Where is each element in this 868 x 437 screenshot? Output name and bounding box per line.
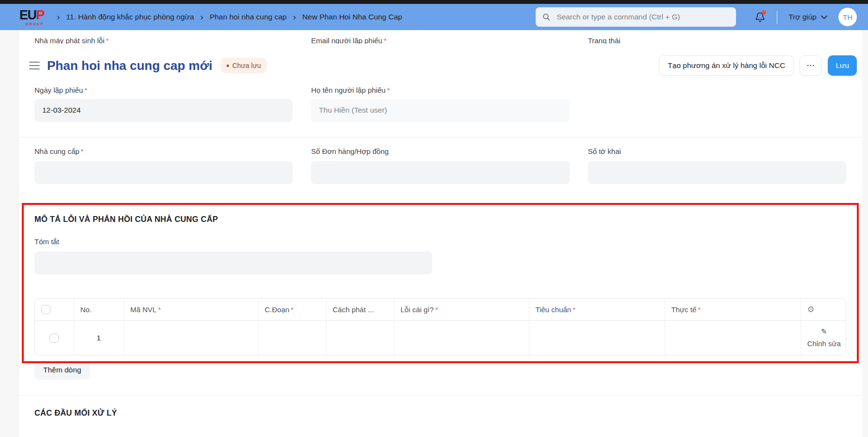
notifications-button[interactable]	[754, 11, 766, 23]
column-header-loi-cai-gi: Lỗi cái gì?*	[394, 299, 529, 320]
required-marker: *	[435, 305, 438, 314]
navbar-divider	[777, 11, 777, 24]
grid-row-1: 1 ✎ Chỉnh sửa	[35, 320, 846, 355]
app-logo[interactable]: EUP GROUP	[19, 9, 44, 26]
global-search[interactable]	[536, 7, 736, 27]
field-label-nha-may: Nhà máy phát sinh lỗi*	[34, 36, 293, 44]
defect-grid-table: No. Mã NVL* C.Đoạn* Cách phát ... Lỗi cá…	[34, 298, 846, 355]
status-badge-label: Chưa lưu	[232, 62, 261, 69]
required-marker: *	[84, 87, 87, 94]
chevron-right-icon: ›	[200, 12, 203, 21]
header-actions: Tạo phương án xử lý hàng lỗi NCC ··· Lưu	[659, 55, 857, 76]
column-header-cach-phat-hien: Cách phát ...	[326, 299, 394, 320]
defect-section-highlighted: MÔ TẢ LỖI VÀ PHẢN HỒI CỦA NHÀ CUNG CẤP T…	[22, 203, 859, 363]
help-menu-label: Trợ giúp	[788, 13, 817, 21]
form-row-1-inputs	[18, 99, 862, 121]
column-header-tieu-chuan: Tiêu chuẩn*	[529, 299, 665, 320]
field-label-tom-tat: Tóm tắt	[34, 237, 846, 246]
date-field[interactable]	[34, 99, 293, 121]
browser-chrome-strip	[0, 0, 868, 4]
required-marker: *	[291, 305, 294, 314]
cell-loi-cai-gi[interactable]	[394, 320, 529, 355]
breadcrumb-item-doctype[interactable]: Phan hoi nha cung cap	[210, 13, 287, 21]
handlers-section-title: CÁC ĐẦU MỐI XỬ LÝ	[34, 408, 846, 418]
create-plan-button[interactable]: Tạo phương án xử lý hàng lỗi NCC	[659, 55, 794, 76]
cell-thuc-te[interactable]	[665, 320, 801, 355]
form-row-1-labels: Ngày lập phiếu* Họ tên người lập phiếu*	[18, 87, 862, 94]
logo-text-main: EU	[19, 8, 36, 22]
grid-settings-gear-icon[interactable]: ⚙	[807, 304, 815, 314]
search-icon	[542, 13, 551, 21]
required-marker: *	[81, 147, 84, 155]
declaration-number-field[interactable]	[588, 161, 846, 184]
required-marker: *	[106, 36, 109, 44]
cell-ma-nvl[interactable]	[124, 320, 258, 355]
summary-field[interactable]	[34, 252, 432, 274]
page-title: Phan hoi nha cung cap mới	[47, 58, 213, 73]
required-marker: *	[573, 305, 575, 314]
required-marker: *	[158, 305, 161, 314]
avatar-initials: TH	[843, 13, 852, 21]
form-page: Nhà máy phát sinh lỗi* Email người lập p…	[18, 30, 862, 437]
column-header-thuc-te: Thực tế*	[665, 299, 801, 320]
breadcrumb: › 11. Hành động khắc phục phòng ngừa › P…	[57, 13, 402, 22]
section-divider	[18, 137, 862, 137]
select-all-checkbox[interactable]	[41, 305, 50, 314]
field-label-email: Email người lập phiếu*	[311, 36, 569, 44]
edit-row-button[interactable]: ✎ Chỉnh sửa	[806, 326, 843, 350]
row-number: 1	[74, 320, 124, 355]
save-button[interactable]: Lưu	[828, 55, 857, 76]
section-divider	[18, 395, 862, 396]
field-label-so-don-hang: Số Đơn hàng/Hợp đồng	[311, 147, 569, 155]
page-header: Phan hoi nha cung cap mới Chưa lưu Tạo p…	[18, 44, 862, 87]
search-input[interactable]	[556, 12, 730, 22]
scrolled-field-labels-row: Nhà máy phát sinh lỗi* Email người lập p…	[18, 30, 862, 44]
field-label-ngay-lap-phieu: Ngày lập phiếu*	[34, 87, 87, 94]
form-row-2-labels: Nhà cung cấp* Số Đơn hàng/Hợp đồng Số tờ…	[18, 147, 862, 155]
column-header-cdoan: C.Đoạn*	[258, 299, 326, 320]
logo-text-accent: P	[36, 8, 45, 22]
order-number-field[interactable]	[311, 161, 569, 184]
row-checkbox[interactable]	[49, 334, 59, 343]
field-label-ho-ten: Họ tên người lập phiếu*	[311, 87, 390, 94]
status-dot-icon	[227, 65, 229, 67]
sidebar-toggle-icon[interactable]	[29, 60, 40, 71]
chevron-right-icon: ›	[293, 12, 296, 21]
defect-section-title: MÔ TẢ LỖI VÀ PHẢN HỒI CỦA NHÀ CUNG CẤP	[34, 215, 846, 224]
status-badge: Chưa lưu	[221, 58, 267, 73]
help-menu[interactable]: Trợ giúp	[788, 13, 827, 21]
required-marker: *	[387, 87, 390, 94]
required-marker: *	[384, 36, 387, 44]
field-label-trang-thai: Trạng thái	[588, 36, 846, 44]
breadcrumb-item-current[interactable]: New Phan Hoi Nha Cung Cap	[302, 13, 402, 21]
cell-tieu-chuan[interactable]	[529, 320, 665, 355]
chevron-down-icon	[821, 15, 827, 19]
logo-subtext: GROUP	[26, 22, 44, 26]
chevron-right-icon: ›	[57, 12, 60, 21]
field-label-nha-cung-cap: Nhà cung cấp*	[34, 147, 293, 155]
top-navbar: EUP GROUP › 11. Hành động khắc phục phòn…	[0, 4, 868, 30]
add-row-button[interactable]: Thêm dòng	[34, 360, 90, 380]
more-actions-button[interactable]: ···	[800, 55, 822, 76]
edit-row-label: Chỉnh sửa	[807, 338, 841, 350]
pencil-icon: ✎	[821, 326, 827, 338]
required-marker: *	[698, 305, 701, 314]
form-row-2-inputs	[18, 161, 862, 184]
grid-header-row: No. Mã NVL* C.Đoạn* Cách phát ... Lỗi cá…	[35, 299, 846, 320]
cell-cdoan[interactable]	[258, 320, 326, 355]
cell-cach-phat-hien[interactable]	[326, 320, 394, 355]
column-header-ma-nvl: Mã NVL*	[124, 299, 258, 320]
field-label-so-to-khai: Số tờ khai	[588, 147, 846, 155]
column-header-no: No.	[74, 299, 124, 320]
avatar[interactable]: TH	[838, 8, 857, 26]
creator-field[interactable]	[311, 99, 569, 121]
breadcrumb-item-module[interactable]: 11. Hành động khắc phục phòng ngừa	[66, 13, 194, 21]
supplier-field[interactable]	[34, 161, 293, 184]
